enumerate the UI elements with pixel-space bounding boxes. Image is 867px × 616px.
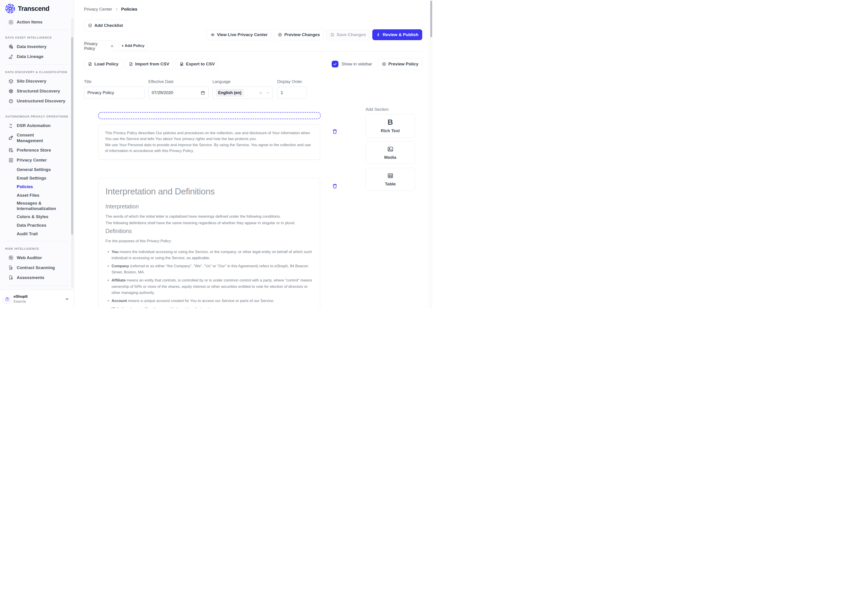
preference-store-icon [8,148,14,153]
sidebar-item-audit-trail[interactable]: Audit Trail [0,229,74,238]
check-icon [333,62,337,66]
sidebar-item-dsr-automation[interactable]: DSR Automation [0,121,74,130]
policy-h2-definitions: Definitions [106,228,313,234]
sidebar-scrollbar-track[interactable] [71,18,74,288]
sidebar-item-privacy-center[interactable]: Privacy Center [0,155,74,165]
save-changes-label: Save Changes [337,32,366,37]
file-icon [88,62,92,66]
sidebar-item-label: DSR Automation [17,123,50,129]
sidebar-item-structured-discovery[interactable]: Structured Discovery [0,86,74,96]
intro-paragraph: We use Your Personal data to provide and… [105,142,314,154]
section-header-autonomous-privacy: AUTONOMOUS PRIVACY OPERATIONS [0,109,74,121]
clear-icon[interactable] [259,91,263,95]
section-header-data-asset-intelligence: DATA ASSET INTELLIGENCE [0,30,74,42]
view-live-privacy-center-button[interactable]: View Live Privacy Center [207,29,272,40]
policy-definitions-section[interactable]: Interpretation and Definitions Interpret… [98,178,320,308]
sidebar-item-unstructured-discovery[interactable]: Unstructured Discovery [0,96,74,106]
language-select[interactable]: English (en) [213,86,273,99]
tab-privacy-policy[interactable]: Privacy Policy [84,41,114,52]
effective-date-input[interactable] [152,90,200,95]
sidebar-item-action-items[interactable]: Action Items [0,17,74,27]
content-area: Privacy Center Policies Add Checklist Vi… [84,0,422,308]
breadcrumb-privacy-center[interactable]: Privacy Center [84,7,112,12]
web-auditor-icon [8,255,14,260]
tab-label: Privacy Policy [84,41,108,51]
sidebar-item-data-practices[interactable]: Data Practices [0,221,74,229]
display-order-field-group: Display Order [277,79,307,99]
sidebar-item-label: Preference Store [17,148,51,153]
action-items-icon [8,20,14,25]
title-field-group: Title [84,79,145,99]
file-import-icon [129,62,133,66]
policy-intro-section[interactable]: This Privacy Policy describes Our polici… [98,124,320,160]
sidebar-item-label: Unstructured Discovery [17,98,65,104]
definition-item: Affiliate means an entity that controls,… [112,277,313,296]
delete-section-button[interactable] [332,183,338,189]
add-section-title: Add Section [366,107,389,112]
org-gift-icon [3,295,11,303]
policy-h2-interpretation: Interpretation [106,203,313,210]
eye-check-icon [210,33,215,37]
review-publish-button[interactable]: Review & Publish [372,29,422,40]
divider [5,285,69,286]
policy-paragraph: For the purposes of this Privacy Policy: [106,238,313,244]
sidebar-item-general-settings[interactable]: General Settings [0,165,74,174]
close-icon[interactable] [110,44,113,48]
sidebar-item-web-auditor[interactable]: Web Auditor [0,253,74,263]
section-drop-zone[interactable] [98,112,321,119]
add-rich-text-card[interactable]: B Rich Text [366,114,415,138]
logo[interactable]: Transcend [0,0,74,17]
show-in-sidebar-checkbox[interactable] [332,61,339,68]
title-input[interactable] [87,90,141,95]
definition-item: Website refers to eShopIt, accessible fr… [112,306,313,308]
plus-circle-icon [88,23,92,28]
add-table-card[interactable]: Table [366,168,415,191]
chevron-down-icon[interactable] [65,297,69,301]
sidebar-item-preference-store[interactable]: Preference Store [0,145,74,155]
sidebar-item-data-lineage[interactable]: Data Lineage [0,52,74,61]
add-policy-button[interactable]: + Add Policy [118,41,148,50]
chevron-down-icon[interactable] [266,91,270,95]
policy-paragraph: The words of which the initial letter is… [106,214,313,220]
load-policy-button[interactable]: Load Policy [84,59,122,69]
org-switcher[interactable]: eShopIt Kearnie [0,290,74,308]
sidebar-item-silo-discovery[interactable]: Silo Discovery [0,76,74,86]
add-checklist-label: Add Checklist [95,23,123,28]
add-media-card[interactable]: Media [366,141,415,164]
save-changes-button[interactable]: Save Changes [326,29,370,40]
preview-policy-button[interactable]: Preview Policy [378,58,422,70]
sidebar-item-label: Structured Discovery [17,88,60,94]
effective-date-field-group: Effective Date [148,79,209,99]
assessments-icon [8,275,14,280]
preview-changes-button[interactable]: Preview Changes [274,29,323,40]
window-scrollbar-track[interactable] [430,0,433,308]
sidebar-item-asset-files[interactable]: Asset Files [0,191,74,200]
transcend-logo-icon [5,3,15,14]
policy-tabs: Privacy Policy + Add Policy [84,41,422,52]
view-live-label: View Live Privacy Center [217,32,268,37]
sidebar-scrollbar-thumb[interactable] [71,37,73,234]
window-scrollbar-thumb[interactable] [430,1,432,37]
breadcrumb-chevron-icon [115,8,118,11]
add-checklist-button[interactable]: Add Checklist [84,20,127,31]
sidebar-item-consent-management[interactable]: Consent Management [0,130,74,145]
sidebar-item-email-settings[interactable]: Email Settings [0,174,74,182]
header-actions: View Live Privacy Center Preview Changes… [207,29,422,40]
sidebar-item-label: Silo Discovery [17,79,46,84]
definition-item: You means the individual accessing or us… [112,249,313,261]
sidebar-item-assessments[interactable]: Assessments [0,273,74,283]
display-order-label: Display Order [277,79,307,84]
display-order-input[interactable] [281,90,303,95]
sidebar-item-policies[interactable]: Policies [0,182,74,191]
sidebar-item-label: Data Lineage [17,54,43,60]
import-from-csv-button[interactable]: Import from CSV [125,59,173,69]
consent-management-icon [8,135,14,140]
delete-section-button[interactable] [332,129,338,134]
sidebar-item-messages-internationalization[interactable]: Messages & Internationalization [0,200,74,212]
sidebar-item-colors-styles[interactable]: Colors & Styles [0,212,74,221]
media-label: Media [384,155,396,160]
sidebar-item-contract-scanning[interactable]: Contract Scanning [0,263,74,273]
calendar-icon[interactable] [200,90,205,95]
sidebar-item-data-inventory[interactable]: Data Inventory [0,42,74,52]
export-to-csv-button[interactable]: Export to CSV [176,59,219,69]
